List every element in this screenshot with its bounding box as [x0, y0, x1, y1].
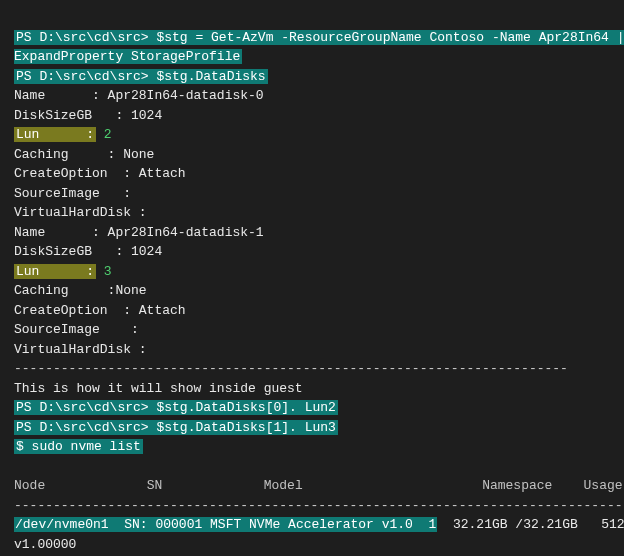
- guest-note: This is how it will show inside guest: [14, 381, 303, 396]
- disk1-caching: Caching :None: [14, 283, 147, 298]
- disk1-create: CreateOption : Attach: [14, 303, 186, 318]
- col-namespace: Namespace: [482, 478, 552, 493]
- terminal-output: PS D:\src\cd\src> $stg = Get-AzVm -Resou…: [0, 0, 624, 556]
- divider-1: ----------------------------------------…: [14, 361, 568, 376]
- disk0-name: Name : Apr28In64-datadisk-0: [14, 88, 264, 103]
- disk0-caching: Caching : None: [14, 147, 154, 162]
- disk1-name: Name : Apr28In64-datadisk-1: [14, 225, 264, 240]
- divider-2: ----------------------------------------…: [14, 498, 624, 513]
- disk0-create: CreateOption : Attach: [14, 166, 186, 181]
- disk0-size: DiskSizeGB : 1024: [14, 108, 162, 123]
- command-line-3[interactable]: PS D:\src\cd\src> $stg.DataDisks[0]. Lun…: [14, 400, 338, 415]
- disk1-lun-label: Lun :: [14, 264, 96, 279]
- disk0-vhd: VirtualHardDisk :: [14, 205, 147, 220]
- col-node: Node: [14, 478, 45, 493]
- disk1-size: DiskSizeGB : 1024: [14, 244, 162, 259]
- disk1-lun-value: 3: [96, 264, 112, 279]
- nvme-row-0-main: /dev/nvme0n1 SN: 000001 MSFT NVMe Accele…: [14, 517, 437, 532]
- nvme-row-0: /dev/nvme0n1 SN: 000001 MSFT NVMe Accele…: [14, 517, 624, 552]
- command-line-5[interactable]: $ sudo nvme list: [14, 439, 143, 454]
- nvme-header-row: Node SN Model Namespace Usage Format FW …: [14, 478, 624, 493]
- disk0-lun-label: Lun :: [14, 127, 96, 142]
- disk1-source: SourceImage :: [14, 322, 139, 337]
- command-line-2[interactable]: PS D:\src\cd\src> $stg.DataDisks: [14, 69, 268, 84]
- command-line-4[interactable]: PS D:\src\cd\src> $stg.DataDisks[1]. Lun…: [14, 420, 338, 435]
- disk0-lun-value: 2: [96, 127, 112, 142]
- col-usage: Usage: [584, 478, 623, 493]
- col-model: Model: [264, 478, 303, 493]
- command-line-1[interactable]: PS D:\src\cd\src> $stg = Get-AzVm -Resou…: [14, 30, 624, 65]
- col-sn: SN: [147, 478, 163, 493]
- disk0-source: SourceImage :: [14, 186, 131, 201]
- disk1-vhd: VirtualHardDisk :: [14, 342, 147, 357]
